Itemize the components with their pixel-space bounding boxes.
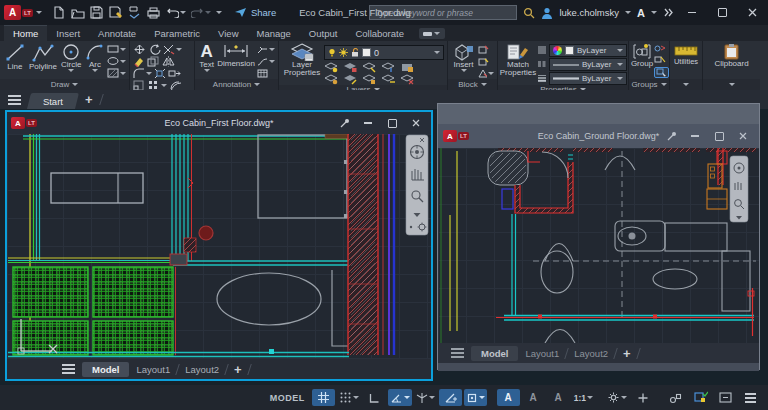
fillet-tool[interactable] (133, 68, 152, 79)
group-selection-toggle[interactable] (654, 67, 669, 78)
print-button[interactable] (147, 6, 161, 20)
new-drawing-tab-button[interactable]: + (85, 92, 93, 107)
window1-new-layout-button[interactable]: + (234, 362, 242, 377)
arc-dropdown-icon[interactable] (92, 69, 98, 72)
redo-button[interactable] (191, 7, 211, 18)
circle-dropdown-icon[interactable] (68, 69, 74, 72)
window1-layout2-tab[interactable]: Layout2 (185, 364, 219, 375)
open-file-button[interactable] (71, 6, 85, 20)
user-dropdown-icon[interactable] (625, 11, 631, 14)
layer-dropdown-icon[interactable] (434, 51, 440, 54)
group-button[interactable]: Group (632, 43, 652, 79)
layer-tool-icon[interactable] (324, 62, 338, 73)
close-button[interactable] (740, 4, 764, 22)
move-tool[interactable] (133, 44, 146, 55)
mirror-tool[interactable] (162, 56, 175, 67)
tab-insert[interactable]: Insert (47, 26, 89, 41)
linetype-list-icon[interactable] (537, 60, 547, 68)
window1-pin-button[interactable] (333, 115, 355, 131)
polyline-tool[interactable]: Polyline (29, 43, 58, 79)
window1-canvas[interactable] (7, 134, 431, 359)
multileader-tool[interactable] (257, 57, 275, 66)
window2-layout2-tab[interactable]: Layout2 (574, 348, 608, 359)
save-button[interactable] (90, 6, 104, 20)
tab-parametric[interactable]: Parametric (145, 26, 209, 41)
linetype-select[interactable]: ByLayer (549, 58, 627, 71)
copy-tool[interactable] (147, 56, 160, 67)
insert-dropdown-icon[interactable] (461, 69, 467, 72)
groups-panel-footer[interactable]: Groups (629, 79, 669, 90)
search-icon[interactable] (523, 7, 535, 19)
window1-layout1-tab[interactable]: Layout1 (136, 364, 170, 375)
isolate-objects-button[interactable] (664, 389, 687, 406)
layer-tool-icon[interactable] (362, 74, 376, 85)
window2-pin-button[interactable] (660, 128, 682, 144)
start-tab[interactable]: Start (27, 93, 79, 109)
tab-home[interactable]: Home (4, 25, 47, 41)
layer-tool-icon[interactable] (362, 62, 376, 73)
line-tool[interactable]: Line (3, 43, 27, 79)
workspace-switching-button[interactable] (605, 389, 629, 406)
polar-tracking-toggle[interactable] (388, 389, 412, 406)
lineweight-select[interactable]: ByLayer (549, 72, 627, 85)
window1-maximize-button[interactable] (381, 115, 403, 131)
username[interactable]: luke.cholmsky (559, 7, 619, 18)
plot-button[interactable] (128, 6, 142, 20)
layer-tool-icon[interactable] (343, 62, 357, 73)
clipboard-panel-footer[interactable] (703, 79, 760, 90)
save-as-button[interactable] (109, 6, 123, 20)
window1-navbar[interactable] (406, 135, 428, 235)
window1-titlebar[interactable]: Eco Cabin_First Floor.dwg* A LT (7, 112, 431, 134)
isometric-drafting-toggle[interactable] (414, 389, 437, 406)
window2-maximize-button[interactable] (708, 128, 730, 144)
tab-manage[interactable]: Manage (248, 26, 300, 41)
utilities-button[interactable]: Utilities (674, 43, 698, 79)
clean-screen-button[interactable] (714, 389, 737, 406)
text-tool[interactable]: A Text (198, 43, 215, 79)
window2-close-button[interactable] (732, 128, 754, 144)
object-snap-tracking-toggle[interactable] (439, 389, 462, 406)
window1-model-tab[interactable]: Model (82, 362, 129, 377)
text-dropdown-icon[interactable] (204, 69, 210, 72)
restore-button[interactable] (710, 4, 734, 22)
layer-tool-icon[interactable] (400, 62, 414, 73)
tab-collaborate[interactable]: Collaborate (346, 26, 413, 41)
layer-tool-icon[interactable] (324, 74, 338, 85)
window2-model-tab[interactable]: Model (471, 346, 518, 361)
graphics-performance-button[interactable] (689, 389, 712, 406)
block-attributes-tool[interactable] (478, 69, 494, 78)
object-snap-toggle[interactable] (464, 389, 487, 406)
snap-mode-toggle[interactable] (337, 389, 361, 406)
ellipse-tool[interactable] (107, 56, 126, 66)
clipboard-button[interactable]: Clipboard (714, 43, 748, 79)
layer-tool-icon[interactable] (381, 74, 395, 85)
group-edit-tool[interactable] (654, 55, 669, 64)
user-avatar-icon[interactable] (541, 7, 553, 19)
window1-tabs-menu-icon[interactable] (62, 364, 75, 374)
autodesk-app-icon[interactable]: A (637, 7, 645, 19)
edit-block-tool[interactable] (478, 57, 494, 66)
window2-layout1-tab[interactable]: Layout1 (525, 348, 559, 359)
lineweight-list-icon[interactable] (537, 74, 547, 82)
grid-display-toggle[interactable] (312, 389, 335, 406)
draw-panel-footer[interactable]: Draw (0, 79, 129, 90)
ortho-mode-toggle[interactable] (363, 389, 386, 406)
layer-tool-icon[interactable] (381, 62, 395, 73)
stretch-tool[interactable] (168, 68, 181, 79)
layer-properties-button[interactable]: Layer Properties (282, 43, 322, 85)
color-select[interactable]: ByLayer (549, 44, 627, 57)
window-first-floor[interactable]: Eco Cabin_First Floor.dwg* A LT (5, 110, 433, 381)
window2-titlebar[interactable]: Eco Cabin_Ground Floor.dwg* A LT (438, 124, 759, 148)
insert-block-button[interactable]: Insert (451, 43, 476, 79)
circle-tool[interactable]: Circle (59, 43, 83, 79)
autodesk-dropdown-icon[interactable] (651, 11, 657, 14)
rectangle-tool[interactable] (107, 44, 126, 54)
more-chevrons-icon[interactable] (663, 8, 674, 17)
app-logo-button[interactable]: A LT (4, 5, 42, 20)
tab-annotate[interactable]: Annotate (89, 26, 145, 41)
window2-tabs-menu-icon[interactable] (451, 348, 464, 358)
annotation-scale-select[interactable]: 1:1 (572, 389, 595, 406)
block-panel-footer[interactable]: Block (448, 79, 497, 90)
table-tool[interactable] (257, 69, 275, 78)
annotation-autoscale-toggle[interactable]: A (522, 389, 545, 406)
